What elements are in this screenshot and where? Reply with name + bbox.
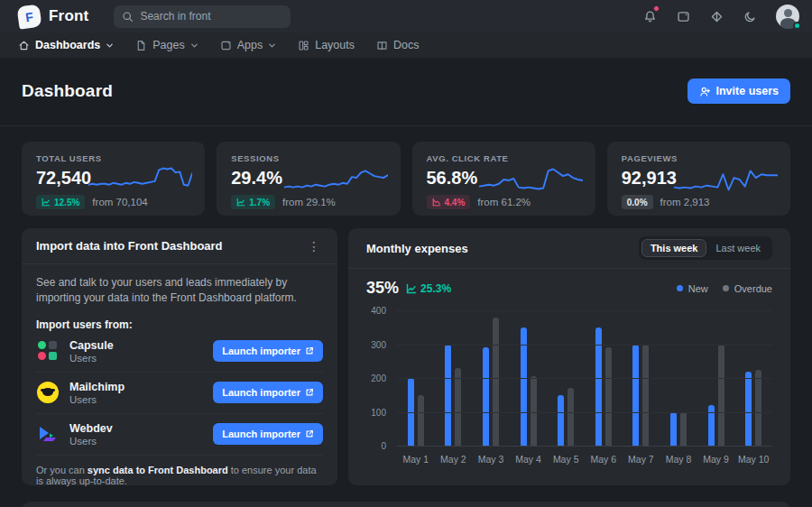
notifications-button[interactable] [639, 5, 660, 27]
invite-users-label: Invite users [716, 85, 779, 97]
expenses-bar-chart: 0100200300400 May 1May 2May 3May 4May 5M… [366, 310, 772, 465]
import-description: See and talk to your users and leads imm… [36, 275, 323, 307]
logo-letter: F [24, 8, 34, 23]
front-logo-icon[interactable]: F [16, 4, 42, 29]
nav-item-dashboards[interactable]: Dashboards [18, 39, 114, 51]
y-axis-tick: 400 [371, 306, 386, 316]
bar-overdue [493, 318, 499, 447]
x-axis-label: May 6 [585, 454, 623, 465]
invite-users-button[interactable]: Invite users [687, 78, 790, 104]
y-axis: 0100200300400 [366, 310, 390, 446]
external-link-icon [305, 346, 314, 355]
last-week-button[interactable]: Last week [706, 239, 770, 257]
x-axis-label: May 10 [734, 454, 772, 465]
gridline [397, 345, 772, 346]
legend-dot [723, 285, 729, 291]
mailchimp-logo-icon [36, 381, 60, 404]
expenses-headline: 35% [366, 279, 399, 298]
importer-type: Users [69, 394, 125, 405]
sparkline-chart [674, 159, 778, 199]
legend-dot [677, 285, 683, 291]
kebab-menu-icon[interactable]: ⋮ [305, 240, 323, 253]
search-icon [122, 11, 134, 23]
webdev-logo-icon [36, 422, 60, 446]
import-data-card: Import data into Front Dashboard ⋮ See a… [22, 228, 337, 485]
bar-overdue [605, 347, 612, 446]
dark-mode-toggle[interactable] [739, 5, 761, 27]
y-axis-tick: 0 [381, 441, 386, 451]
sparkline-chart [479, 159, 583, 199]
bar-overdue [755, 370, 761, 446]
x-axis-label: May 8 [660, 454, 697, 465]
legend-item-new[interactable]: New [677, 283, 708, 294]
bar-overdue [718, 345, 724, 447]
x-axis-label: May 1 [397, 454, 435, 465]
components-button[interactable] [706, 5, 727, 27]
import-row-mailchimp: Mailchimp Users Launch importer [36, 373, 323, 414]
import-row-webdev: Webdev Users Launch importer [36, 414, 323, 456]
x-axis-label: May 3 [472, 454, 510, 465]
importer-type: Users [69, 353, 114, 364]
external-link-icon [305, 429, 314, 438]
page-header: Dashboard Invite users [0, 59, 812, 126]
import-subtitle: Import users from: [36, 318, 323, 331]
trend-down-icon [432, 198, 441, 207]
topbar-actions [639, 5, 799, 28]
chevron-down-icon [106, 41, 114, 50]
nav-label: Layouts [315, 39, 355, 51]
launch-importer-button[interactable]: Launch importer [213, 340, 323, 362]
importer-type: Users [69, 436, 113, 447]
home-icon [18, 40, 30, 51]
nav-label: Docs [393, 39, 419, 51]
user-plus-icon [699, 86, 711, 97]
nav-item-docs[interactable]: Docs [376, 39, 419, 51]
trend-up-icon [236, 198, 245, 207]
diamond-icon [710, 10, 724, 23]
bar-new [445, 345, 451, 447]
chevron-down-icon [190, 41, 198, 50]
search-input[interactable] [140, 10, 275, 23]
bar-new [558, 395, 564, 446]
expenses-change: 25.3% [406, 282, 451, 295]
user-avatar[interactable] [776, 5, 799, 28]
nav-item-apps[interactable]: Apps [220, 39, 277, 51]
x-axis-label: May 5 [547, 454, 585, 465]
x-axis-label: May 2 [435, 454, 473, 465]
page-title: Dashboard [22, 81, 113, 101]
bar-overdue [680, 412, 687, 447]
trend-up-icon [406, 283, 417, 294]
stat-card-sessions: Sessions 29.4% 1.7% from 29.1% [217, 142, 400, 216]
bar-overdue [418, 395, 424, 446]
trend-badge: 1.7% [231, 195, 275, 209]
bar-new [670, 412, 677, 447]
x-axis-label: May 9 [697, 454, 735, 465]
browser-icon [677, 10, 690, 23]
apps-launcher-button[interactable] [672, 5, 694, 27]
bar-new [483, 347, 489, 446]
search-bar[interactable] [114, 5, 291, 28]
monthly-expenses-card: Monthly expenses This week Last week 35%… [348, 228, 790, 485]
topbar: F Front [0, 0, 812, 32]
plot-area [397, 310, 772, 446]
this-week-button[interactable]: This week [641, 239, 707, 257]
x-axis: May 1May 2May 3May 4May 5May 6May 7May 8… [397, 446, 772, 465]
bar-overdue [567, 388, 574, 446]
launch-importer-button[interactable]: Launch importer [213, 423, 323, 445]
expenses-card-title: Monthly expenses [366, 242, 468, 255]
trend-badge: 12.5% [36, 195, 85, 209]
sparkline-chart [88, 159, 192, 199]
nav-item-layouts[interactable]: Layouts [298, 39, 355, 51]
gridline [397, 446, 772, 447]
nav-item-pages[interactable]: Pages [135, 39, 198, 51]
external-link-icon [305, 388, 314, 397]
legend-item-overdue[interactable]: Overdue [723, 283, 772, 294]
trend-badge: 0.0% [622, 195, 653, 209]
importer-name: Mailchimp [69, 381, 125, 393]
sync-data-link[interactable]: sync data to Front Dashboard [88, 465, 228, 475]
launch-importer-button[interactable]: Launch importer [213, 382, 323, 403]
notification-dot [653, 5, 660, 12]
x-axis-label: May 7 [623, 454, 660, 465]
sparkline-chart [284, 159, 388, 199]
bar-new [745, 372, 752, 447]
x-axis-label: May 4 [510, 454, 548, 465]
